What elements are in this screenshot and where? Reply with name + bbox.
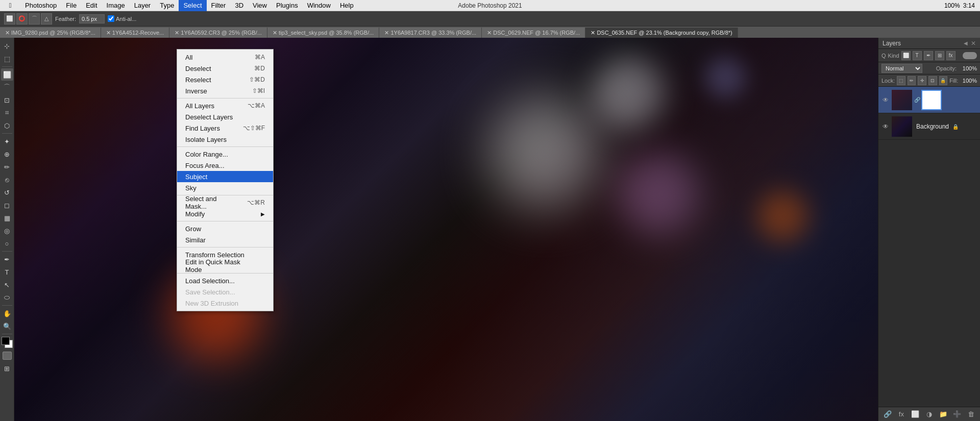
object-selection-tool[interactable]: ⊡ bbox=[1, 94, 13, 106]
lasso-tool[interactable]: ⌒ bbox=[1, 81, 13, 93]
menu-file[interactable]: File bbox=[61, 0, 81, 11]
menu-all[interactable]: All ⌘A bbox=[177, 52, 273, 63]
dodge-tool[interactable]: ○ bbox=[1, 237, 13, 250]
lock-draw-btn[interactable]: ✏ bbox=[908, 76, 916, 85]
doc-tab-6[interactable]: ✕ DSC_0635.NEF @ 23.1% (Background copy,… bbox=[585, 28, 738, 38]
doc-tab-4[interactable]: ✕ 1Y6A9817.CR3 @ 33.3% (RGB/... bbox=[379, 28, 482, 38]
menu-layer[interactable]: Layer bbox=[130, 0, 156, 11]
lock-artboard-btn[interactable]: ⊡ bbox=[928, 76, 937, 85]
pen-tool[interactable]: ✒ bbox=[1, 253, 13, 265]
blur-tool[interactable]: ◎ bbox=[1, 225, 13, 237]
apple-menu[interactable]:  bbox=[0, 0, 20, 11]
eraser-tool[interactable]: ◻ bbox=[1, 199, 13, 211]
artboard-tool[interactable]: ⬚ bbox=[1, 53, 13, 65]
quick-mask-mode[interactable] bbox=[2, 351, 13, 361]
menu-deselect[interactable]: Deselect ⌘D bbox=[177, 63, 273, 74]
doc-tab-0[interactable]: ✕ IMG_9280.psd @ 25% (RGB/8*... bbox=[0, 28, 101, 38]
gradient-tool[interactable]: ▦ bbox=[1, 212, 13, 224]
menu-select-and-mask[interactable]: Select and Mask... ⌥⌘R bbox=[177, 197, 273, 208]
lasso-tool[interactable]: ⌒ bbox=[29, 13, 40, 24]
menu-window[interactable]: Window bbox=[303, 0, 335, 11]
rect-select-tool[interactable]: ⬜ bbox=[4, 13, 15, 24]
menu-similar[interactable]: Similar bbox=[177, 234, 273, 245]
anti-alias-checkbox[interactable]: Anti-al... bbox=[108, 15, 136, 22]
menu-reselect[interactable]: Reselect ⇧⌘D bbox=[177, 74, 273, 85]
link-layers-btn[interactable]: 🔗 bbox=[882, 409, 893, 420]
new-group-btn[interactable]: 📁 bbox=[938, 409, 949, 420]
filter-path-icon[interactable]: ✒ bbox=[924, 51, 933, 60]
type-tool[interactable]: T bbox=[1, 266, 13, 278]
menu-help[interactable]: Help bbox=[335, 0, 358, 11]
lock-move-btn[interactable]: ✛ bbox=[918, 76, 926, 85]
menu-photoshop[interactable]: Photoshop bbox=[20, 0, 61, 11]
crop-tool[interactable]: ⌗ bbox=[1, 107, 13, 119]
history-brush-tool[interactable]: ↺ bbox=[1, 186, 13, 199]
menu-items-left:  Photoshop File Edit Image Layer Type S… bbox=[0, 0, 358, 11]
fx-button[interactable]: fx bbox=[896, 409, 907, 420]
shape-tool[interactable]: ⬭ bbox=[1, 291, 13, 304]
menu-grow[interactable]: Grow bbox=[177, 223, 273, 234]
doc-tab-1[interactable]: ✕ 1Y6A4512-Recove... bbox=[101, 28, 170, 38]
ellipse-select-tool[interactable]: ⭕ bbox=[16, 13, 28, 24]
clone-stamp-tool[interactable]: ⎋ bbox=[1, 174, 13, 186]
filter-effect-icon[interactable]: fx bbox=[946, 51, 955, 60]
feather-input[interactable] bbox=[79, 14, 105, 23]
foreground-background-colors[interactable] bbox=[2, 337, 13, 348]
lock-all-btn[interactable]: 🔒 bbox=[939, 76, 948, 85]
add-mask-btn[interactable]: ⬜ bbox=[910, 409, 921, 420]
delete-layer-btn[interactable]: 🗑 bbox=[965, 409, 976, 420]
screen-mode[interactable]: ⊞ bbox=[1, 362, 13, 375]
menu-edit[interactable]: Edit bbox=[81, 0, 102, 11]
menu-plugins[interactable]: Plugins bbox=[272, 0, 303, 11]
path-selection-tool[interactable]: ↖ bbox=[1, 279, 13, 291]
menu-3d[interactable]: 3D bbox=[230, 0, 248, 11]
menu-color-range[interactable]: Color Range... bbox=[177, 148, 273, 160]
layer-visibility-0[interactable]: 👁 bbox=[881, 96, 890, 104]
spot-heal-tool[interactable]: ⊕ bbox=[1, 148, 13, 160]
filter-pixel-icon[interactable]: ⬜ bbox=[901, 51, 911, 60]
doc-tab-2[interactable]: ✕ 1Y6A0592.CR3 @ 25% (RGB/... bbox=[169, 28, 267, 38]
menu-all-layers[interactable]: All Layers ⌥⌘A bbox=[177, 100, 273, 111]
menu-type[interactable]: Type bbox=[155, 0, 179, 11]
blend-mode-select[interactable]: Normal Multiply Screen bbox=[881, 64, 922, 73]
menu-select[interactable]: Select bbox=[179, 0, 206, 11]
opacity-value[interactable]: 100% bbox=[959, 65, 977, 71]
menu-focus-area[interactable]: Focus Area... bbox=[177, 160, 273, 171]
foreground-color-swatch[interactable] bbox=[2, 337, 10, 345]
frame-tool[interactable]: ⬡ bbox=[1, 119, 13, 132]
menu-load-selection[interactable]: Load Selection... bbox=[177, 275, 273, 286]
menu-inverse[interactable]: Inverse ⇧⌘I bbox=[177, 85, 273, 96]
polygon-lasso-tool[interactable]: △ bbox=[41, 13, 52, 24]
doc-tab-5[interactable]: ✕ DSC_0629.NEF @ 16.7% (RGB/... bbox=[482, 28, 585, 38]
rectangular-marquee-tool[interactable]: ⬜ bbox=[1, 68, 13, 81]
zoom-tool[interactable]: 🔍 bbox=[1, 320, 13, 332]
menu-image[interactable]: Image bbox=[102, 0, 130, 11]
menu-subject[interactable]: Subject bbox=[177, 171, 273, 182]
layer-row-0[interactable]: 👁 🔗 bbox=[878, 87, 980, 113]
layers-panel-close[interactable]: ✕ bbox=[971, 40, 976, 47]
layers-panel-expand-icon[interactable]: ◀ bbox=[964, 40, 968, 46]
eyedropper-tool[interactable]: ✦ bbox=[1, 135, 13, 147]
filter-smart-icon[interactable]: ⊞ bbox=[935, 51, 944, 60]
hand-tool[interactable]: ✋ bbox=[1, 307, 13, 319]
filter-toggle[interactable] bbox=[963, 52, 977, 59]
canvas-area[interactable]: All ⌘A Deselect ⌘D Reselect ⇧⌘D Inverse … bbox=[14, 38, 878, 421]
menu-bar:  Photoshop File Edit Image Layer Type S… bbox=[0, 0, 980, 11]
new-layer-btn[interactable]: ➕ bbox=[951, 409, 963, 420]
menu-view[interactable]: View bbox=[248, 0, 272, 11]
layer-visibility-1[interactable]: 👁 bbox=[881, 122, 890, 131]
menu-find-layers[interactable]: Find Layers ⌥⇧⌘F bbox=[177, 122, 273, 134]
fill-value[interactable]: 100% bbox=[960, 78, 977, 84]
menu-edit-quick-mask[interactable]: Edit in Quick Mask Mode bbox=[177, 260, 273, 271]
filter-text-icon[interactable]: T bbox=[913, 51, 922, 60]
lock-pixels-btn[interactable]: ⬚ bbox=[897, 76, 905, 85]
menu-filter[interactable]: Filter bbox=[207, 0, 231, 11]
menu-sky[interactable]: Sky bbox=[177, 182, 273, 193]
layer-row-1[interactable]: 👁 Background 🔒 bbox=[878, 113, 980, 140]
brush-tool[interactable]: ✏ bbox=[1, 161, 13, 173]
move-tool[interactable]: ⊹ bbox=[1, 40, 13, 52]
doc-tab-3[interactable]: ✕ tip3_select_sky.psd @ 35.8% (RGB/... bbox=[267, 28, 380, 38]
adjustment-layer-btn[interactable]: ◑ bbox=[923, 409, 935, 420]
menu-deselect-layers[interactable]: Deselect Layers bbox=[177, 111, 273, 122]
menu-isolate-layers[interactable]: Isolate Layers bbox=[177, 134, 273, 145]
